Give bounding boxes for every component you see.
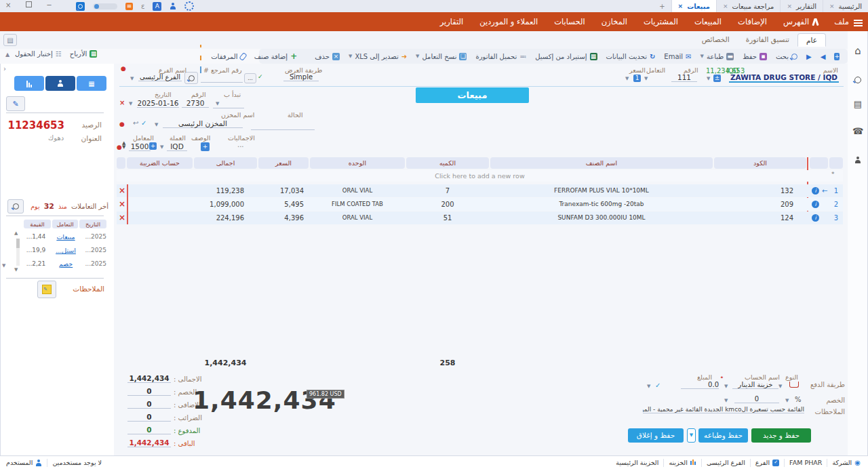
whatsapp-icon[interactable]: ☎ bbox=[848, 126, 868, 136]
save-and-print-button[interactable]: حفظ وطباعه bbox=[698, 428, 748, 443]
treasury-item[interactable]: الخزينه bbox=[664, 459, 701, 466]
totals-ellipsis[interactable]: ... bbox=[237, 141, 244, 148]
save-and-new-button[interactable]: حفظ و جديد bbox=[751, 428, 811, 443]
display-mode-field[interactable]: Simple bbox=[283, 73, 319, 81]
discount-input-field[interactable]: 0 bbox=[734, 395, 779, 403]
user-icon[interactable] bbox=[170, 3, 176, 9]
chevron-down-icon[interactable]: ▼ bbox=[701, 54, 704, 59]
column-header-price[interactable]: السعر bbox=[258, 157, 309, 169]
check-icon[interactable]: ✓ bbox=[141, 119, 146, 127]
window-minimize-button[interactable]: ─ bbox=[47, 1, 51, 9]
close-icon[interactable]: × bbox=[678, 3, 684, 9]
branch-item[interactable]: ✓ الفرع bbox=[751, 459, 784, 466]
amount-field[interactable]: 0.0 bbox=[681, 381, 719, 389]
txn-type-link[interactable]: استل... bbox=[54, 247, 78, 254]
chevron-down-icon[interactable]: ▼ bbox=[349, 54, 352, 59]
hamburger-icon[interactable] bbox=[854, 18, 863, 28]
sidebar-collapse-icon[interactable]: ‹ bbox=[3, 65, 6, 73]
tab-sales-active[interactable]: مبيعات × bbox=[671, 0, 716, 12]
column-header-tax[interactable]: حساب الضريبة bbox=[127, 157, 193, 169]
customer-info-button[interactable] bbox=[45, 76, 75, 91]
window-restore-button[interactable] bbox=[26, 1, 32, 9]
return-arrow-icon[interactable]: ↩ bbox=[133, 119, 138, 127]
customer-name-field[interactable]: ZAWITA DRUG STORE / IQD bbox=[729, 73, 839, 83]
menu-sales[interactable]: المبيعات bbox=[694, 17, 722, 26]
clipboard-icon[interactable]: ▤ bbox=[3, 34, 17, 46]
profits-button[interactable]: ▦الأرباح bbox=[70, 50, 98, 58]
add-row-strip[interactable]: Click here to add a new row bbox=[117, 170, 843, 182]
chevron-down-icon[interactable]: ▼ bbox=[130, 76, 134, 81]
date-field[interactable]: 2025-01-16 bbox=[137, 99, 179, 108]
column-header-value[interactable]: القيمة bbox=[24, 220, 51, 228]
scroll-down-icon[interactable]: ▼ bbox=[14, 267, 18, 272]
import-excel-button[interactable]: ▦إستيراد من إكسيل bbox=[535, 53, 597, 60]
cart-icon[interactable] bbox=[789, 382, 799, 388]
column-header-total[interactable]: اجمالى bbox=[194, 157, 257, 169]
home-icon[interactable]: ⌂ bbox=[848, 45, 868, 57]
discount-total-field[interactable]: 0 bbox=[127, 387, 171, 396]
add-record-icon[interactable]: + bbox=[834, 53, 840, 60]
warehouse-field[interactable]: المخزن الرئيسى bbox=[163, 119, 243, 128]
branch-field[interactable]: الفرع الرئيسى bbox=[138, 73, 182, 81]
currency-icon[interactable]: ε bbox=[141, 3, 144, 10]
customer-stats-button[interactable] bbox=[14, 76, 44, 91]
menu-file[interactable]: ملف bbox=[834, 17, 849, 26]
toggle-switch[interactable] bbox=[93, 3, 117, 9]
customer-items-button[interactable]: ▦ bbox=[77, 76, 106, 91]
addition-total-field[interactable]: 0 bbox=[127, 400, 171, 409]
tab-reports[interactable]: التقارير × bbox=[780, 0, 823, 12]
add-description-icon[interactable]: + bbox=[201, 142, 210, 151]
orange-app-icon[interactable]: ≡ bbox=[125, 3, 133, 10]
copy-transaction-button[interactable]: ❏نسخ التعامل▼ bbox=[416, 53, 467, 60]
chevron-down-icon[interactable]: ▼ bbox=[129, 101, 132, 106]
txn-type-link[interactable]: خصم bbox=[54, 260, 78, 268]
chevron-down-icon[interactable]: ▼ bbox=[707, 76, 710, 81]
company-value[interactable]: FAM PHAR bbox=[785, 459, 827, 466]
support-person-icon[interactable] bbox=[848, 153, 868, 166]
factor-field[interactable]: 1500 bbox=[129, 142, 151, 151]
notes-button[interactable]: ✎ bbox=[37, 281, 56, 298]
column-header-type[interactable]: التعامل bbox=[52, 220, 78, 228]
chevron-down-icon[interactable]: ▼ bbox=[625, 76, 629, 81]
reference-number-field[interactable] bbox=[201, 73, 243, 83]
customer-picker-icon[interactable]: ± bbox=[713, 75, 721, 82]
chevron-down-icon[interactable]: ▼ bbox=[647, 384, 650, 389]
treasury-value[interactable]: الخزينة الرئيسية bbox=[611, 459, 663, 466]
paid-total-field[interactable]: 0 bbox=[127, 426, 171, 434]
chart-icon[interactable] bbox=[200, 37, 202, 76]
user-item[interactable]: المستخدم bbox=[1, 459, 47, 466]
txn-type-link[interactable]: مبيعات bbox=[54, 233, 78, 241]
view-tab-general[interactable]: عام bbox=[797, 33, 826, 47]
nav-next-icon[interactable]: ◀ bbox=[821, 53, 826, 60]
menu-index[interactable]: الفهرس bbox=[783, 17, 818, 26]
export-xls-button[interactable]: ➜تصدير إلى XLS▼ bbox=[349, 53, 407, 60]
delete-row-icon[interactable]: × bbox=[119, 211, 125, 224]
chevron-down-icon[interactable]: ▼ bbox=[785, 398, 789, 403]
search-icon[interactable] bbox=[76, 2, 85, 11]
delete-row-icon[interactable]: × bbox=[119, 184, 125, 197]
chevron-down-icon[interactable]: ▼ bbox=[778, 384, 782, 389]
add-item-button[interactable]: +إضافة صنف bbox=[254, 52, 298, 61]
fields-test-button[interactable]: ☷إختبار الحقول bbox=[15, 50, 62, 58]
email-button[interactable]: ✉Email bbox=[664, 53, 691, 60]
tab-sales-review[interactable]: مراجعة مبيعات × bbox=[716, 0, 780, 12]
column-header-name[interactable]: اسم الصنف bbox=[490, 157, 713, 169]
save-button[interactable]: ▪حفظ bbox=[743, 53, 767, 60]
gear-icon[interactable] bbox=[184, 1, 194, 11]
refresh-data-button[interactable]: ↻تحديث البيانات bbox=[606, 53, 656, 60]
taxes-total-field[interactable]: 0 bbox=[127, 413, 171, 422]
scrollbar-track[interactable] bbox=[16, 239, 20, 266]
save-options-caret[interactable]: ▼ bbox=[687, 428, 696, 443]
load-invoice-button[interactable]: ≔تحميل الفاتورة bbox=[475, 53, 526, 60]
delete-row-icon[interactable]: × bbox=[119, 198, 125, 211]
company-item[interactable]: ◉ الشركة bbox=[827, 459, 865, 466]
search-icon[interactable] bbox=[848, 73, 868, 86]
view-tab-properties[interactable]: الخصائص bbox=[694, 33, 738, 47]
nav-prev-icon[interactable]: ▶ bbox=[806, 53, 812, 60]
chevron-down-icon[interactable]: ▼ bbox=[160, 144, 163, 150]
search-button[interactable]: بحث bbox=[776, 53, 797, 60]
print-button[interactable]: ▬طباعة▼ bbox=[701, 53, 734, 60]
chevron-down-icon[interactable]: ▼ bbox=[724, 398, 728, 403]
menu-addons[interactable]: الإضافات bbox=[738, 17, 767, 26]
edit-customer-button[interactable]: ✎ bbox=[6, 96, 25, 111]
